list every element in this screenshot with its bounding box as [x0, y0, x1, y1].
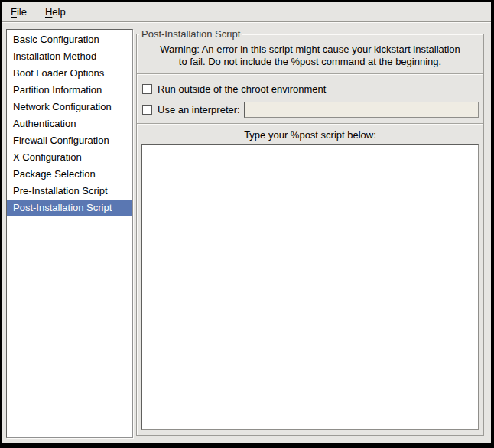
sidebar-item-network-configuration[interactable]: Network Configuration: [7, 99, 132, 115]
sidebar-item-authentication[interactable]: Authentication: [7, 115, 132, 132]
interpreter-checkbox-row: Use an interpreter:: [142, 101, 479, 118]
separator: [137, 123, 483, 125]
menu-help-label: elp: [52, 6, 65, 18]
warning-line-2: to fail. Do not include the %post comman…: [137, 56, 483, 68]
sidebar-item-firewall-configuration[interactable]: Firewall Configuration: [7, 132, 132, 149]
kickstart-configurator-window: File Help Basic Configuration Installati…: [0, 0, 494, 448]
interpreter-checkbox-label: Use an interpreter:: [158, 104, 240, 115]
menu-file-label: ile: [17, 6, 27, 18]
warning-text: Warning: An error in this script might c…: [137, 44, 483, 68]
separator: [137, 73, 483, 75]
frame-title: Post-Installation Script: [139, 28, 242, 41]
menu-help[interactable]: Help: [40, 3, 71, 21]
menubar: File Help: [2, 2, 491, 22]
sidebar-item-package-selection[interactable]: Package Selection: [7, 166, 132, 183]
warning-line-1: Warning: An error in this script might c…: [137, 44, 483, 56]
sidebar-item-x-configuration[interactable]: X Configuration: [7, 149, 132, 166]
sidebar-item-basic-configuration[interactable]: Basic Configuration: [7, 31, 132, 48]
script-prompt-label: Type your %post script below:: [137, 129, 483, 141]
sidebar-item-installation-method[interactable]: Installation Method: [7, 48, 132, 65]
menu-file-mnemonic: F: [11, 6, 17, 18]
interpreter-entry[interactable]: [244, 102, 479, 118]
post-script-textarea[interactable]: [141, 144, 479, 430]
sidebar-item-partition-information[interactable]: Partition Information: [7, 82, 132, 99]
post-installation-script-frame: Post-Installation Script Warning: An err…: [136, 34, 484, 436]
sidebar-item-post-installation-script[interactable]: Post-Installation Script: [7, 200, 132, 216]
chroot-checkbox[interactable]: [142, 84, 152, 94]
menu-file[interactable]: File: [5, 3, 32, 21]
chroot-checkbox-row[interactable]: Run outside of the chroot environment: [142, 81, 479, 96]
chroot-checkbox-label: Run outside of the chroot environment: [158, 83, 326, 95]
menu-help-mnemonic: H: [45, 6, 52, 18]
category-list: Basic Configuration Installation Method …: [6, 29, 133, 438]
sidebar-item-boot-loader-options[interactable]: Boot Loader Options: [7, 65, 132, 82]
sidebar-item-pre-installation-script[interactable]: Pre-Installation Script: [7, 183, 132, 200]
interpreter-checkbox[interactable]: [142, 105, 152, 115]
